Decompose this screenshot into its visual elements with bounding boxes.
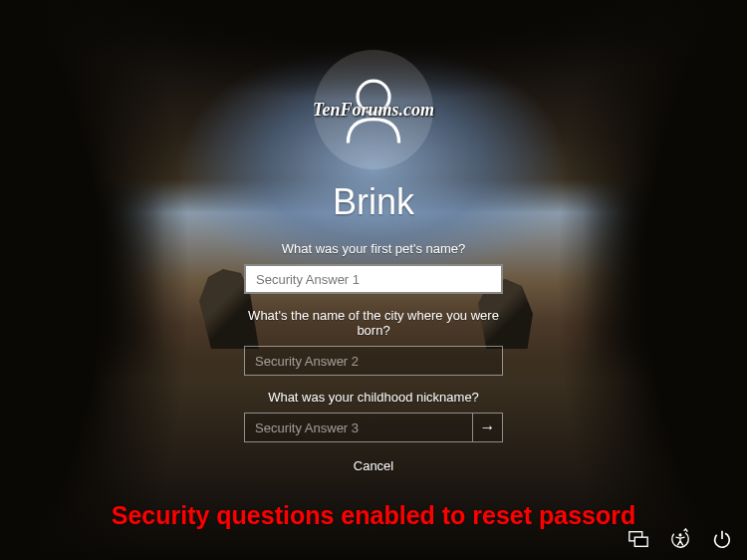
security-answer-2-input[interactable]: [244, 346, 503, 376]
power-button[interactable]: [711, 528, 733, 550]
security-answer-1-input[interactable]: [244, 264, 503, 294]
ease-of-access-icon: [669, 528, 691, 550]
ease-of-access-button[interactable]: [669, 528, 691, 550]
submit-button[interactable]: →: [473, 413, 503, 442]
network-icon: [627, 528, 649, 550]
svg-point-4: [678, 533, 681, 536]
watermark-text: TenForums.com: [313, 100, 434, 121]
security-question-1: What was your first pet's name?: [282, 241, 466, 256]
svg-rect-2: [634, 537, 647, 546]
security-question-3: What was your childhood nickname?: [268, 390, 479, 405]
power-icon: [711, 528, 733, 550]
user-avatar: TenForums.com: [314, 50, 433, 169]
network-button[interactable]: [627, 528, 649, 550]
username-label: Brink: [333, 181, 414, 223]
annotation-caption: Security questions enabled to reset pass…: [0, 501, 747, 530]
login-panel: TenForums.com Brink What was your first …: [0, 0, 747, 560]
arrow-right-icon: →: [480, 419, 496, 436]
security-question-2: What's the name of the city where you we…: [234, 308, 513, 338]
cancel-button[interactable]: Cancel: [354, 458, 393, 473]
security-answer-3-input[interactable]: [244, 413, 473, 442]
system-buttons-tray: [627, 528, 733, 550]
